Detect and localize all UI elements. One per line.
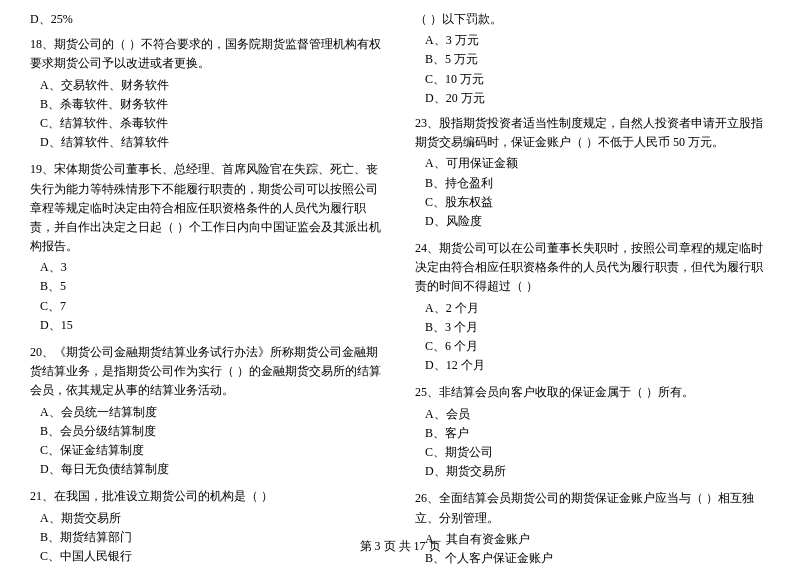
q25-optD: D、期货交易所 bbox=[425, 462, 770, 481]
content-columns: D、25% 18、期货公司的（ ）不符合要求的，国务院期货监督管理机构有权要求期… bbox=[30, 10, 770, 565]
question-25-options: A、会员 B、客户 C、期货公司 D、期货交易所 bbox=[425, 405, 770, 482]
q22-optC: C、10 万元 bbox=[425, 70, 770, 89]
q23-optD: D、风险度 bbox=[425, 212, 770, 231]
question-21-text: 21、在我国，批准设立期货公司的机构是（ ） bbox=[30, 487, 385, 506]
q20-optC: C、保证金结算制度 bbox=[40, 441, 385, 460]
question-d25: D、25% bbox=[30, 10, 385, 29]
q24-optB: B、3 个月 bbox=[425, 318, 770, 337]
question-19-options: A、3 B、5 C、7 D、15 bbox=[40, 258, 385, 335]
page-number: 第 3 页 共 17 页 bbox=[360, 539, 441, 553]
question-22-cont: （ ）以下罚款。 A、3 万元 B、5 万元 C、10 万元 D、20 万元 bbox=[415, 10, 770, 108]
q19-optA: A、3 bbox=[40, 258, 385, 277]
question-18-text: 18、期货公司的（ ）不符合要求的，国务院期货监督管理机构有权要求期货公司予以改… bbox=[30, 35, 385, 73]
question-22-cont-text: （ ）以下罚款。 bbox=[415, 10, 770, 29]
question-26-text: 26、全面结算会员期货公司的期货保证金账户应当与（ ）相互独立、分别管理。 bbox=[415, 489, 770, 527]
question-22-cont-options: A、3 万元 B、5 万元 C、10 万元 D、20 万元 bbox=[425, 31, 770, 108]
question-24-text: 24、期货公司可以在公司董事长失职时，按照公司章程的规定临时决定由符合相应任职资… bbox=[415, 239, 770, 297]
q18-optA: A、交易软件、财务软件 bbox=[40, 76, 385, 95]
question-25: 25、非结算会员向客户收取的保证金属于（ ）所有。 A、会员 B、客户 C、期货… bbox=[415, 383, 770, 481]
q22-optB: B、5 万元 bbox=[425, 50, 770, 69]
question-20-options: A、会员统一结算制度 B、会员分级结算制度 C、保证金结算制度 D、每日无负债结… bbox=[40, 403, 385, 480]
q25-optA: A、会员 bbox=[425, 405, 770, 424]
q18-optC: C、结算软件、杀毒软件 bbox=[40, 114, 385, 133]
q19-optD: D、15 bbox=[40, 316, 385, 335]
q24-optD: D、12 个月 bbox=[425, 356, 770, 375]
question-23-text: 23、股指期货投资者适当性制度规定，自然人投资者申请开立股指期货交易编码时，保证… bbox=[415, 114, 770, 152]
left-column: D、25% 18、期货公司的（ ）不符合要求的，国务院期货监督管理机构有权要求期… bbox=[30, 10, 400, 565]
q23-optC: C、股东权益 bbox=[425, 193, 770, 212]
question-23: 23、股指期货投资者适当性制度规定，自然人投资者申请开立股指期货交易编码时，保证… bbox=[415, 114, 770, 231]
question-20-text: 20、《期货公司金融期货结算业务试行办法》所称期货公司金融期货结算业务，是指期货… bbox=[30, 343, 385, 401]
question-21-options: A、期货交易所 B、期货结算部门 C、中国人民银行 D、中国证监会 bbox=[40, 509, 385, 566]
question-19-text: 19、宋体期货公司董事长、总经理、首席风险官在失踪、死亡、丧失行为能力等特殊情形… bbox=[30, 160, 385, 256]
question-23-options: A、可用保证金额 B、持仓盈利 C、股东权益 D、风险度 bbox=[425, 154, 770, 231]
question-24-options: A、2 个月 B、3 个月 C、6 个月 D、12 个月 bbox=[425, 299, 770, 376]
page-container: D、25% 18、期货公司的（ ）不符合要求的，国务院期货监督管理机构有权要求期… bbox=[0, 0, 800, 565]
question-20: 20、《期货公司金融期货结算业务试行办法》所称期货公司金融期货结算业务，是指期货… bbox=[30, 343, 385, 479]
q22-optD: D、20 万元 bbox=[425, 89, 770, 108]
q25-optC: C、期货公司 bbox=[425, 443, 770, 462]
q20-optD: D、每日无负债结算制度 bbox=[40, 460, 385, 479]
question-18: 18、期货公司的（ ）不符合要求的，国务院期货监督管理机构有权要求期货公司予以改… bbox=[30, 35, 385, 152]
q24-optA: A、2 个月 bbox=[425, 299, 770, 318]
question-24: 24、期货公司可以在公司董事长失职时，按照公司章程的规定临时决定由符合相应任职资… bbox=[415, 239, 770, 375]
q19-optB: B、5 bbox=[40, 277, 385, 296]
q18-optD: D、结算软件、结算软件 bbox=[40, 133, 385, 152]
q19-optC: C、7 bbox=[40, 297, 385, 316]
q23-optA: A、可用保证金额 bbox=[425, 154, 770, 173]
question-19: 19、宋体期货公司董事长、总经理、首席风险官在失踪、死亡、丧失行为能力等特殊情形… bbox=[30, 160, 385, 335]
q21-optA: A、期货交易所 bbox=[40, 509, 385, 528]
q18-optB: B、杀毒软件、财务软件 bbox=[40, 95, 385, 114]
question-18-options: A、交易软件、财务软件 B、杀毒软件、财务软件 C、结算软件、杀毒软件 D、结算… bbox=[40, 76, 385, 153]
q20-optA: A、会员统一结算制度 bbox=[40, 403, 385, 422]
q20-optB: B、会员分级结算制度 bbox=[40, 422, 385, 441]
q22-optA: A、3 万元 bbox=[425, 31, 770, 50]
page-footer: 第 3 页 共 17 页 bbox=[0, 538, 800, 555]
question-25-text: 25、非结算会员向客户收取的保证金属于（ ）所有。 bbox=[415, 383, 770, 402]
right-column: （ ）以下罚款。 A、3 万元 B、5 万元 C、10 万元 D、20 万元 2… bbox=[400, 10, 770, 565]
q25-optB: B、客户 bbox=[425, 424, 770, 443]
q23-optB: B、持仓盈利 bbox=[425, 174, 770, 193]
q24-optC: C、6 个月 bbox=[425, 337, 770, 356]
question-d25-text: D、25% bbox=[30, 10, 385, 29]
